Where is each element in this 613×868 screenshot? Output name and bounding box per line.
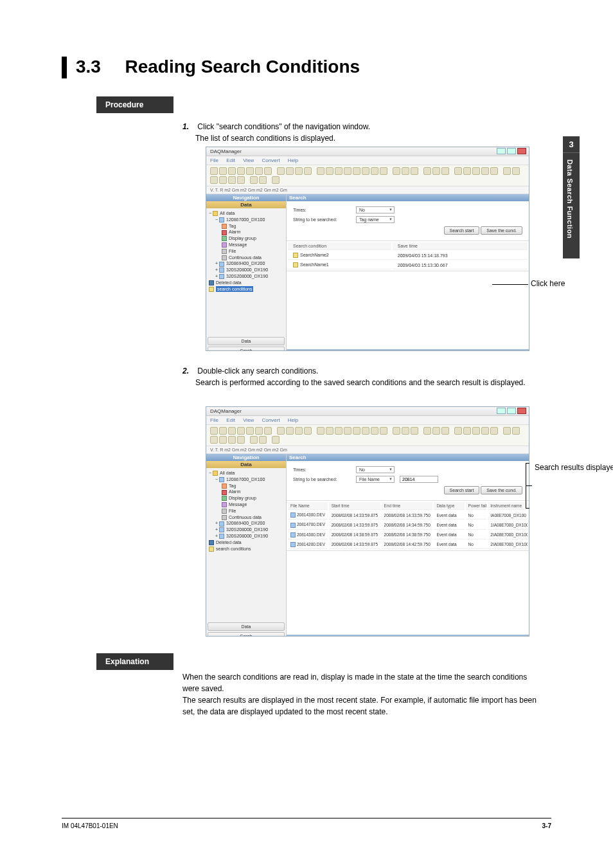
toolbar-button[interactable] [228,176,236,184]
toolbar-button[interactable] [219,436,227,444]
toolbar-button[interactable] [237,427,245,435]
toolbar-button[interactable] [362,427,369,435]
times-select[interactable]: No [356,206,395,213]
toolbar-button[interactable] [228,167,236,175]
toolbar-button[interactable] [326,427,333,435]
condition-row[interactable]: SearchName2 2009/04/03 15:14:18.793 [288,251,528,260]
toolbar-button[interactable] [219,427,227,435]
tree-display-group[interactable]: Display group [209,495,283,502]
toolbar-button[interactable] [277,427,285,435]
toolbar-button[interactable] [490,167,498,175]
tree-alarm[interactable]: Alarm [209,229,283,235]
toolbar-button[interactable] [237,436,245,444]
toolbar-button[interactable] [255,427,263,435]
tree-search-conditions[interactable]: search conditions [209,286,283,293]
toolbar-button[interactable] [237,167,245,175]
tree-device[interactable]: + 320S208000_DX190 [209,533,283,539]
toolbar-button[interactable] [210,176,218,184]
toolbar-button[interactable] [472,427,480,435]
tree-search-conditions[interactable]: search conditions [209,546,283,552]
toolbar-button[interactable] [344,427,351,435]
toolbar-button[interactable] [371,427,378,435]
result-row[interactable]: 20814700.DEV2008/02/08 14:33:59.8752008/… [288,521,528,529]
tree-device[interactable]: + 320869400_DX200 [209,260,283,267]
toolbar-button[interactable] [380,167,387,175]
col-instrument[interactable]: Instrument name [488,502,528,510]
menu-convert[interactable]: Convert [262,158,280,163]
menu-file[interactable]: File [210,417,218,423]
toolbar-button[interactable] [295,167,303,175]
string-select[interactable]: Tag name [356,216,395,223]
toolbar-button[interactable] [286,167,294,175]
col-power[interactable]: Power failure [466,502,487,510]
tree-all-data[interactable]: − All data [209,210,283,217]
nav-data-button[interactable]: Data [208,337,285,345]
toolbar-button[interactable] [219,176,227,184]
toolbar-button[interactable] [490,427,498,435]
toolbar-button[interactable] [255,167,263,175]
tree-device[interactable]: + 320S208000_DX190 [209,527,283,533]
toolbar-button[interactable] [237,176,245,184]
tree-device[interactable]: + 320S208000_DX190 [209,273,283,280]
toolbar-button[interactable] [286,427,294,435]
toolbar-button[interactable] [423,427,431,435]
maximize-icon[interactable] [507,408,516,414]
nav-graph-button[interactable]: Graph [208,347,285,351]
toolbar-button[interactable] [463,167,471,175]
properties-bar[interactable]: Properties [287,635,529,637]
menu-view[interactable]: View [243,158,254,163]
toolbar-button[interactable] [380,427,387,435]
toolbar-button[interactable] [472,167,480,175]
menu-view[interactable]: View [243,417,254,423]
toolbar-button[interactable] [441,427,449,435]
nav-data-button[interactable]: Data [208,622,285,631]
toolbar-button[interactable] [210,427,218,435]
toolbar-button[interactable] [402,167,409,175]
toolbar-button[interactable] [411,167,418,175]
minimize-icon[interactable] [497,408,506,414]
toolbar-button[interactable] [393,167,400,175]
save-cond-button[interactable]: Save the cond. [481,486,522,494]
menu-edit[interactable]: Edit [226,417,235,423]
toolbar-button[interactable] [317,167,324,175]
toolbar-button[interactable] [454,427,462,435]
toolbar-button[interactable] [371,167,378,175]
toolbar-button[interactable] [264,167,272,175]
toolbar-button[interactable] [335,167,342,175]
menu-help[interactable]: Help [288,158,298,163]
result-row[interactable]: 20814200.DEV2008/02/08 14:33:59.8752008/… [288,541,528,549]
toolbar-button[interactable] [432,427,440,435]
col-endtime[interactable]: End time [382,502,433,510]
toolbar-button[interactable] [335,427,342,435]
tree-message[interactable]: Message [209,502,283,508]
toolbar-button[interactable] [326,167,333,175]
toolbar-button[interactable] [219,167,227,175]
toolbar-button[interactable] [250,176,258,184]
condition-row[interactable]: SearchName1 2009/04/03 15:13:30.667 [288,261,528,269]
maximize-icon[interactable] [507,148,516,154]
search-start-button[interactable]: Search start [444,486,480,494]
toolbar-button[interactable] [259,176,267,184]
col-datatype[interactable]: Data type [434,502,464,510]
toolbar-button[interactable] [344,167,351,175]
toolbar-button[interactable] [353,167,360,175]
toolbar-button[interactable] [503,427,511,435]
nav-graph-button[interactable]: Graph [208,632,285,637]
result-row[interactable]: 20814300.DEV2008/02/08 14:33:59.8752008/… [288,511,528,520]
tree-file[interactable]: File [209,508,283,514]
toolbar-button[interactable] [512,167,520,175]
toolbar-button[interactable] [272,436,280,444]
tree-deleted-data[interactable]: Deleted data [209,539,283,546]
toolbar-button[interactable] [463,427,471,435]
toolbar-button[interactable] [295,427,303,435]
toolbar-button[interactable] [503,167,511,175]
tree-deleted-data[interactable]: Deleted data [209,280,283,286]
toolbar-button[interactable] [441,167,449,175]
menu-convert[interactable]: Convert [262,417,280,423]
toolbar-button[interactable] [272,176,280,184]
menu-edit[interactable]: Edit [226,158,235,163]
toolbar-button[interactable] [512,427,520,435]
col-starttime[interactable]: Start time [329,502,380,510]
toolbar-button[interactable] [362,167,369,175]
tree-continuous-data[interactable]: Continuous data [209,255,283,261]
